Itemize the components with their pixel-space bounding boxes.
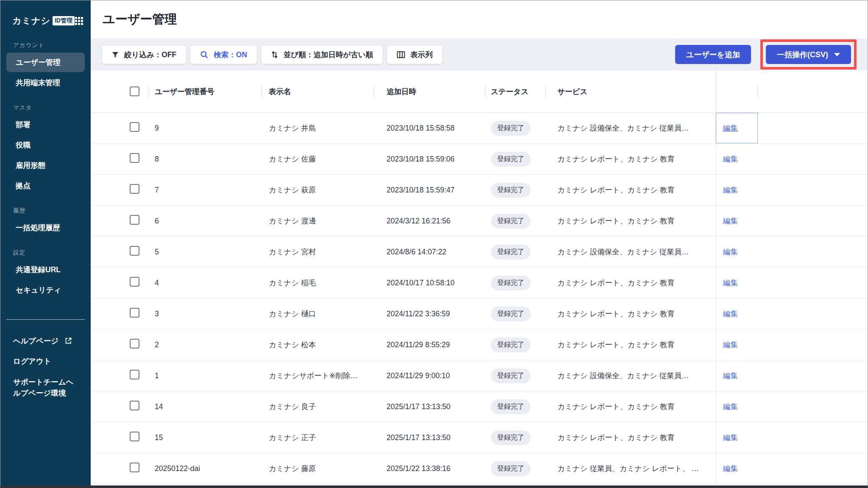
row-user-id: 14 xyxy=(149,402,261,411)
row-status-cell: 登録完了 xyxy=(485,214,545,229)
status-badge: 登録完了 xyxy=(491,183,531,198)
row-select-cell xyxy=(91,463,149,474)
row-user-id: 8 xyxy=(149,155,261,164)
row-user-id: 5 xyxy=(149,248,261,257)
row-edit-cell: 編集 xyxy=(715,175,758,205)
sidebar-footer-item[interactable]: ヘルプページ xyxy=(0,331,91,351)
edit-link[interactable]: 編集 xyxy=(723,123,738,133)
page-header: ユーザー管理 xyxy=(91,0,868,39)
edit-link[interactable]: 編集 xyxy=(723,216,738,226)
sidebar-section-items: 共通登録URLセキュリティ xyxy=(0,260,91,300)
toolbar: 絞り込み：OFF 検索：ON 並び順：追加日時が古い順 xyxy=(91,39,868,70)
row-checkbox[interactable] xyxy=(130,184,139,194)
edit-link[interactable]: 編集 xyxy=(723,185,738,195)
sidebar-item-拠点[interactable]: 拠点 xyxy=(6,176,85,195)
row-checkbox[interactable] xyxy=(130,308,139,318)
row-user-id: 2 xyxy=(149,340,261,349)
row-checkbox[interactable] xyxy=(130,153,139,163)
select-all-checkbox[interactable] xyxy=(130,86,139,96)
row-checkbox[interactable] xyxy=(130,463,139,472)
row-checkbox[interactable] xyxy=(130,432,139,441)
row-checkbox[interactable] xyxy=(130,215,139,225)
column-header-status[interactable]: ステータス xyxy=(485,70,545,112)
row-checkbox[interactable] xyxy=(130,370,139,379)
column-header-name[interactable]: 表示名 xyxy=(261,70,373,112)
row-checkbox[interactable] xyxy=(130,401,139,410)
table-row: 4 カミナシ 稲毛 2024/10/17 10:58:10 登録完了 カミナシ … xyxy=(91,268,868,298)
row-checkbox[interactable] xyxy=(130,339,139,349)
sidebar-item-ユーザー管理[interactable]: ユーザー管理 xyxy=(6,53,85,72)
row-status-cell: 登録完了 xyxy=(485,121,545,136)
table-row: 9 カミナシ 井島 2023/10/18 15:58:58 登録完了 カミナシ … xyxy=(91,113,868,144)
sidebar-item-役職[interactable]: 役職 xyxy=(6,135,85,155)
sidebar-footer-item-label: ヘルプページ xyxy=(13,337,58,345)
row-added: 2024/10/17 10:58:10 xyxy=(373,279,485,287)
add-user-button[interactable]: ユーザーを追加 xyxy=(675,45,751,64)
apps-grid-icon[interactable] xyxy=(75,17,83,25)
status-badge: 登録完了 xyxy=(491,245,531,259)
sidebar-item-セキュリティ[interactable]: セキュリティ xyxy=(6,280,85,300)
column-header-added[interactable]: 追加日時 xyxy=(373,70,485,112)
row-services: カミナシ レポート、カミナシ 教育 xyxy=(545,278,715,288)
sidebar-item-共用端末管理[interactable]: 共用端末管理 xyxy=(6,73,85,92)
edit-link[interactable]: 編集 xyxy=(723,247,738,257)
row-services: カミナシ レポート、カミナシ 教育 xyxy=(545,154,715,164)
search-button[interactable]: 検索：ON xyxy=(190,45,257,64)
row-services: カミナシ 設備保全、カミナシ 従業員… xyxy=(545,123,715,133)
filter-button[interactable]: 絞り込み：OFF xyxy=(102,45,186,64)
row-checkbox[interactable] xyxy=(130,277,139,287)
edit-link[interactable]: 編集 xyxy=(723,154,738,164)
sort-button[interactable]: 並び順：追加日時が古い順 xyxy=(261,45,383,64)
row-name: カミナシ 宮村 xyxy=(261,247,373,257)
edit-link[interactable]: 編集 xyxy=(723,340,738,350)
column-header-services[interactable]: サービス xyxy=(545,70,715,112)
bulk-operation-button[interactable]: 一括操作(CSV) xyxy=(766,45,851,64)
edit-link[interactable]: 編集 xyxy=(723,309,738,319)
edit-link[interactable]: 編集 xyxy=(723,371,738,381)
row-select-cell xyxy=(91,401,149,413)
sidebar-footer-item[interactable]: サポートチームヘルプページ環境 xyxy=(0,372,91,404)
row-select-cell xyxy=(91,277,149,289)
row-status-cell: 登録完了 xyxy=(485,245,545,259)
sidebar-section: 設定 共通登録URLセキュリティ xyxy=(0,249,91,300)
sidebar-item-共通登録URL[interactable]: 共通登録URL xyxy=(6,260,85,279)
select-all-cell xyxy=(91,70,149,112)
row-services: カミナシ レポート、カミナシ 教育 xyxy=(545,185,715,195)
table-row: 6 カミナシ 渡邊 2024/3/12 16:21:56 登録完了 カミナシ レ… xyxy=(91,206,868,237)
edit-link[interactable]: 編集 xyxy=(723,463,738,474)
bulk-operation-button-label: 一括操作(CSV) xyxy=(777,50,828,60)
row-user-id: 9 xyxy=(149,124,261,133)
row-checkbox[interactable] xyxy=(130,122,139,132)
column-header-user-id[interactable]: ユーザー管理番号 xyxy=(149,70,261,112)
row-status-cell: 登録完了 xyxy=(485,461,545,476)
edit-link[interactable]: 編集 xyxy=(723,432,738,443)
row-services: カミナシ 設備保全、カミナシ 従業員… xyxy=(545,247,715,257)
sidebar-section-items: ユーザー管理共用端末管理 xyxy=(0,53,91,92)
row-edit-cell: 編集 xyxy=(715,360,758,391)
edit-link[interactable]: 編集 xyxy=(723,278,738,288)
sidebar-footer-item[interactable]: ログアウト xyxy=(0,351,91,371)
row-status-cell: 登録完了 xyxy=(485,276,545,290)
sidebar-item-部署[interactable]: 部署 xyxy=(6,115,85,134)
row-name: カミナシ 樋口 xyxy=(261,309,373,319)
sidebar-item-一括処理履歴[interactable]: 一括処理履歴 xyxy=(6,218,85,237)
highlight-annotation: 一括操作(CSV) xyxy=(760,39,857,70)
row-name: カミナシ 佐藤 xyxy=(261,154,373,164)
status-badge: 登録完了 xyxy=(491,307,531,321)
row-added: 2023/10/18 15:59:06 xyxy=(373,155,485,164)
table-row: 7 カミナシ 萩原 2023/10/18 15:59:47 登録完了 カミナシ … xyxy=(91,175,868,206)
row-services: カミナシ レポート、カミナシ 教育 xyxy=(545,340,715,350)
row-status-cell: 登録完了 xyxy=(485,152,545,167)
row-user-id: 3 xyxy=(149,310,261,318)
row-edit-cell: 編集 xyxy=(715,206,758,236)
row-checkbox[interactable] xyxy=(130,246,139,256)
row-user-id: 7 xyxy=(149,186,261,195)
sidebar-item-雇用形態[interactable]: 雇用形態 xyxy=(6,156,85,175)
row-status-cell: 登録完了 xyxy=(485,307,545,321)
row-status-cell: 登録完了 xyxy=(485,337,545,352)
row-name: カミナシ 井島 xyxy=(261,123,373,133)
status-badge: 登録完了 xyxy=(491,152,531,167)
columns-button[interactable]: 表示列 xyxy=(387,45,442,64)
sidebar-section-label: アカウント xyxy=(13,42,91,49)
edit-link[interactable]: 編集 xyxy=(723,402,738,412)
